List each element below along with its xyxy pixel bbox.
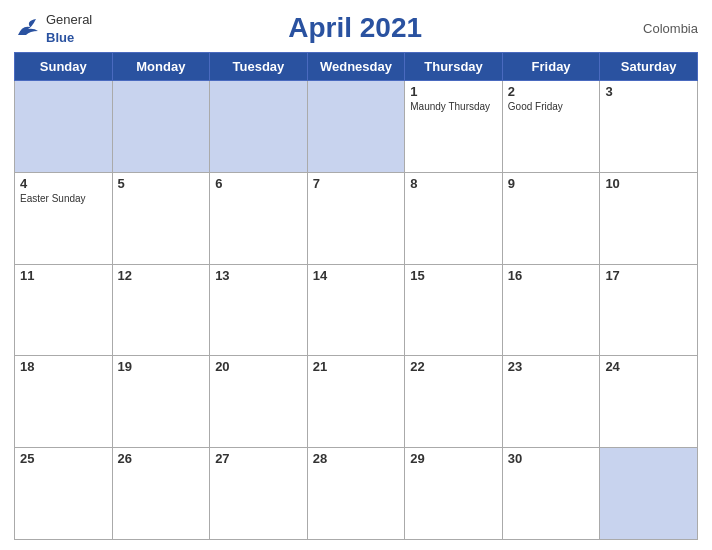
table-row: 20 <box>210 356 308 448</box>
day-number: 29 <box>410 451 497 466</box>
table-row: 27 <box>210 448 308 540</box>
holiday-label: Easter Sunday <box>20 193 107 204</box>
day-number: 21 <box>313 359 400 374</box>
logo-text: General Blue <box>46 10 92 46</box>
table-row: 19 <box>112 356 210 448</box>
day-number: 3 <box>605 84 692 99</box>
day-number: 20 <box>215 359 302 374</box>
logo: General Blue <box>14 10 92 46</box>
col-wednesday: Wednesday <box>307 53 405 81</box>
day-number: 7 <box>313 176 400 191</box>
table-row: 11 <box>15 264 113 356</box>
table-row: 22 <box>405 356 503 448</box>
day-number: 30 <box>508 451 595 466</box>
header-row: Sunday Monday Tuesday Wednesday Thursday… <box>15 53 698 81</box>
day-number: 15 <box>410 268 497 283</box>
table-row: 12 <box>112 264 210 356</box>
table-row: 4Easter Sunday <box>15 172 113 264</box>
table-row: 8 <box>405 172 503 264</box>
holiday-label: Maundy Thursday <box>410 101 497 112</box>
table-row <box>210 81 308 173</box>
table-row: 10 <box>600 172 698 264</box>
day-number: 6 <box>215 176 302 191</box>
col-thursday: Thursday <box>405 53 503 81</box>
table-row: 5 <box>112 172 210 264</box>
day-number: 9 <box>508 176 595 191</box>
day-number: 17 <box>605 268 692 283</box>
col-sunday: Sunday <box>15 53 113 81</box>
day-number: 22 <box>410 359 497 374</box>
table-row: 26 <box>112 448 210 540</box>
table-row: 9 <box>502 172 600 264</box>
day-number: 2 <box>508 84 595 99</box>
col-friday: Friday <box>502 53 600 81</box>
table-row <box>600 448 698 540</box>
day-number: 13 <box>215 268 302 283</box>
day-number: 10 <box>605 176 692 191</box>
table-row: 16 <box>502 264 600 356</box>
logo-blue: Blue <box>46 30 74 45</box>
country-label: Colombia <box>618 21 698 36</box>
calendar-row-5: 252627282930 <box>15 448 698 540</box>
table-row: 25 <box>15 448 113 540</box>
day-number: 27 <box>215 451 302 466</box>
day-number: 19 <box>118 359 205 374</box>
table-row: 21 <box>307 356 405 448</box>
table-row: 3 <box>600 81 698 173</box>
logo-bird-icon <box>14 17 42 39</box>
col-tuesday: Tuesday <box>210 53 308 81</box>
day-number: 1 <box>410 84 497 99</box>
table-row: 18 <box>15 356 113 448</box>
table-row <box>112 81 210 173</box>
table-row: 13 <box>210 264 308 356</box>
table-row: 30 <box>502 448 600 540</box>
table-row: 6 <box>210 172 308 264</box>
table-row: 7 <box>307 172 405 264</box>
top-bar: General Blue April 2021 Colombia <box>14 10 698 46</box>
holiday-label: Good Friday <box>508 101 595 112</box>
table-row <box>307 81 405 173</box>
day-number: 26 <box>118 451 205 466</box>
table-row: 17 <box>600 264 698 356</box>
day-number: 11 <box>20 268 107 283</box>
table-row <box>15 81 113 173</box>
day-number: 16 <box>508 268 595 283</box>
col-monday: Monday <box>112 53 210 81</box>
day-number: 24 <box>605 359 692 374</box>
table-row: 15 <box>405 264 503 356</box>
calendar-row-4: 18192021222324 <box>15 356 698 448</box>
day-number: 14 <box>313 268 400 283</box>
day-number: 23 <box>508 359 595 374</box>
day-number: 12 <box>118 268 205 283</box>
day-number: 8 <box>410 176 497 191</box>
day-number: 4 <box>20 176 107 191</box>
day-number: 18 <box>20 359 107 374</box>
calendar-row-3: 11121314151617 <box>15 264 698 356</box>
table-row: 29 <box>405 448 503 540</box>
col-saturday: Saturday <box>600 53 698 81</box>
table-row: 23 <box>502 356 600 448</box>
table-row: 2Good Friday <box>502 81 600 173</box>
table-row: 14 <box>307 264 405 356</box>
calendar-row-2: 4Easter Sunday5678910 <box>15 172 698 264</box>
table-row: 28 <box>307 448 405 540</box>
day-number: 25 <box>20 451 107 466</box>
logo-general: General <box>46 12 92 27</box>
table-row: 1Maundy Thursday <box>405 81 503 173</box>
calendar-page: General Blue April 2021 Colombia Sunday … <box>0 0 712 550</box>
calendar-title: April 2021 <box>92 12 618 44</box>
calendar-row-1: 1Maundy Thursday2Good Friday3 <box>15 81 698 173</box>
day-number: 5 <box>118 176 205 191</box>
day-number: 28 <box>313 451 400 466</box>
table-row: 24 <box>600 356 698 448</box>
calendar-table: Sunday Monday Tuesday Wednesday Thursday… <box>14 52 698 540</box>
